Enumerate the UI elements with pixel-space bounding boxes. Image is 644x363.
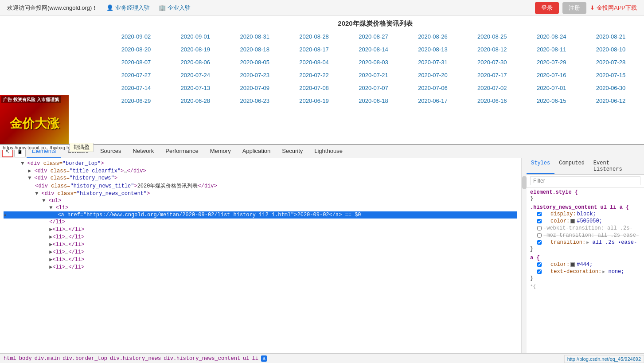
prop-color-toggle[interactable] <box>537 219 542 223</box>
prop-transition-toggle[interactable] <box>537 240 542 245</box>
date-link[interactable]: 2020-08-20 <box>106 43 166 55</box>
date-link[interactable]: 2020-07-27 <box>106 69 166 81</box>
date-link[interactable]: 2020-08-21 <box>581 31 640 43</box>
html-panel-scrollbar[interactable] <box>521 158 527 353</box>
date-link[interactable]: 2020-08-12 <box>462 43 522 55</box>
date-link[interactable]: 2020-07-31 <box>403 56 462 68</box>
date-link[interactable]: 2020-07-24 <box>166 69 225 81</box>
html-selected-line[interactable]: ⬥ <a href="https://www.cngold.org/meitan… <box>4 211 517 219</box>
styles-tab-events[interactable]: Event Listeners <box>589 158 644 174</box>
agent-link[interactable]: 👤 业务经理入驻 <box>106 4 150 12</box>
date-link[interactable]: 2020-06-28 <box>166 95 225 107</box>
color-swatch-505050[interactable] <box>570 219 575 223</box>
date-link[interactable]: 2020-08-18 <box>225 43 285 55</box>
date-link[interactable]: 2020-09-01 <box>166 31 225 43</box>
page-content: 2020年煤炭价格资讯列表 2020-09-022020-09-012020-0… <box>0 16 644 144</box>
date-link[interactable]: 2020-07-01 <box>522 82 581 94</box>
date-link[interactable]: 2020-07-28 <box>581 56 640 68</box>
date-link[interactable]: 2020-08-25 <box>462 31 522 43</box>
styles-filter-input[interactable] <box>530 176 640 185</box>
breadcrumb-item[interactable]: html <box>4 355 16 362</box>
date-link[interactable]: 2020-07-16 <box>522 69 581 81</box>
date-link[interactable]: 2020-07-20 <box>403 69 462 81</box>
date-link[interactable]: 2020-06-15 <box>522 95 581 107</box>
date-link[interactable]: 2020-06-19 <box>285 95 344 107</box>
date-link[interactable]: 2020-07-21 <box>344 69 403 81</box>
tab-network[interactable]: Network <box>128 145 160 158</box>
ad-text: 金价大涨 <box>10 115 59 132</box>
date-link[interactable]: 2020-08-07 <box>106 56 166 68</box>
tab-memory[interactable]: Memory <box>205 145 236 158</box>
date-link[interactable]: 2020-07-02 <box>462 82 522 94</box>
date-link[interactable]: 2020-06-23 <box>225 95 285 107</box>
ad-banner[interactable]: 广告 投资有风险 入市需谨慎 金价大涨 <box>0 95 69 144</box>
date-link[interactable]: 2020-06-17 <box>403 95 462 107</box>
styles-tab-computed[interactable]: Computed <box>554 158 589 174</box>
prop-webkit-transition-toggle[interactable] <box>537 226 542 230</box>
breadcrumb: html body div.main div.border_top div.hi… <box>0 353 644 363</box>
breadcrumb-item[interactable]: li <box>252 355 258 362</box>
date-link[interactable]: 2020-08-24 <box>522 31 581 43</box>
date-link[interactable]: 2020-06-29 <box>106 95 166 107</box>
styles-tab-styles[interactable]: Styles <box>527 158 554 174</box>
date-link[interactable]: 2020-07-08 <box>285 82 344 94</box>
login-button[interactable]: 登录 <box>535 2 559 14</box>
date-link[interactable]: 2020-08-05 <box>225 56 285 68</box>
tab-application[interactable]: Application <box>237 145 276 158</box>
prop-a-color-toggle[interactable] <box>537 262 542 267</box>
date-link[interactable]: 2020-07-14 <box>106 82 166 94</box>
date-link[interactable]: 2020-08-31 <box>225 31 285 43</box>
date-link[interactable]: 2020-06-16 <box>462 95 522 107</box>
color-swatch-444[interactable] <box>570 262 575 267</box>
breadcrumb-item[interactable]: div.border_top <box>62 355 107 362</box>
date-link[interactable]: 2020-08-11 <box>522 43 581 55</box>
date-link[interactable]: 2020-08-10 <box>581 43 640 55</box>
breadcrumb-item[interactable]: div.history_news_content <box>164 355 240 362</box>
date-link[interactable]: 2020-09-02 <box>106 31 166 43</box>
date-link[interactable]: 2020-08-13 <box>403 43 462 55</box>
scrollbar-thumb[interactable] <box>522 176 527 189</box>
breadcrumb-item[interactable]: a <box>261 355 267 362</box>
download-button[interactable]: ⬇ 金投网APP下载 <box>590 4 637 12</box>
date-link[interactable]: 2020-07-07 <box>344 82 403 94</box>
breadcrumb-item[interactable]: div.history_news <box>110 355 161 362</box>
breadcrumb-item[interactable]: ul <box>243 355 249 362</box>
prop-text-decoration-toggle[interactable] <box>537 269 542 274</box>
tab-sources[interactable]: Sources <box>95 145 127 158</box>
date-link[interactable]: 2020-06-18 <box>344 95 403 107</box>
date-link[interactable]: 2020-08-17 <box>285 43 344 55</box>
date-link[interactable]: 2020-08-26 <box>403 31 462 43</box>
date-link[interactable]: 2020-07-17 <box>462 69 522 81</box>
html-line: ▼ <div class="border_top"> <box>4 160 517 167</box>
status-url: http://blog.csdn.net/qq_45/924692 <box>564 355 644 363</box>
date-link[interactable]: 2020-08-27 <box>344 31 403 43</box>
date-link[interactable]: 2020-07-15 <box>581 69 640 81</box>
date-link[interactable]: 2020-07-09 <box>225 82 285 94</box>
prop-moz-transition-toggle[interactable] <box>537 233 542 238</box>
date-link[interactable]: 2020-07-23 <box>225 69 285 81</box>
tab-performance[interactable]: Performance <box>160 145 203 158</box>
date-link[interactable]: 2020-08-14 <box>344 43 403 55</box>
date-link[interactable]: 2020-06-12 <box>581 95 640 107</box>
date-link[interactable]: 2020-07-30 <box>462 56 522 68</box>
tab-lighthouse[interactable]: Lighthouse <box>309 145 348 158</box>
date-link[interactable]: 2020-07-22 <box>285 69 344 81</box>
breadcrumb-item[interactable]: body <box>19 355 32 362</box>
date-link[interactable]: 2020-08-19 <box>166 43 225 55</box>
date-link[interactable]: 2020-07-06 <box>403 82 462 94</box>
date-link[interactable]: 2020-08-03 <box>344 56 403 68</box>
building-icon: 🏢 <box>159 4 166 11</box>
tab-security[interactable]: Security <box>277 145 308 158</box>
html-panel[interactable]: ▼ <div class="border_top"> ▶ <div class=… <box>0 158 521 353</box>
date-link[interactable]: 2020-07-29 <box>522 56 581 68</box>
breadcrumb-item[interactable]: div.main <box>35 355 60 362</box>
register-button[interactable]: 注册 <box>562 2 586 14</box>
date-link[interactable]: 2020-08-04 <box>285 56 344 68</box>
date-link[interactable]: 2020-08-28 <box>285 31 344 43</box>
prop-display-toggle[interactable] <box>537 212 542 216</box>
date-link[interactable]: 2020-07-13 <box>166 82 225 94</box>
enterprise-link[interactable]: 🏢 企业入驻 <box>159 4 191 12</box>
date-link[interactable]: 2020-08-06 <box>166 56 225 68</box>
date-link[interactable]: 2020-06-30 <box>581 82 640 94</box>
html-line: <div class="history_news_title">2020年煤炭价… <box>4 182 517 190</box>
